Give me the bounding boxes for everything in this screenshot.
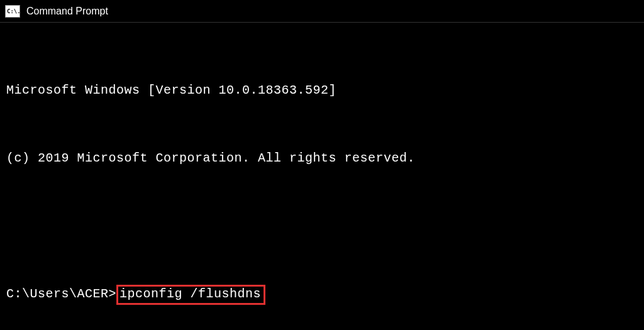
command-highlight: ipconfig /flushdns — [116, 285, 265, 305]
prompt-path: C:\Users\ACER> — [6, 283, 116, 305]
blank-line — [6, 215, 638, 238]
window-title: Command Prompt — [26, 6, 108, 17]
window-titlebar[interactable]: C:\. Command Prompt — [0, 0, 644, 23]
version-line: Microsoft Windows [Version 10.0.18363.59… — [6, 79, 638, 102]
cmd-icon: C:\. — [5, 5, 20, 18]
copyright-line: (c) 2019 Microsoft Corporation. All righ… — [6, 147, 638, 170]
terminal-output[interactable]: Microsoft Windows [Version 10.0.18363.59… — [0, 23, 644, 330]
command-line-1: C:\Users\ACER>ipconfig /flushdns — [6, 283, 638, 305]
